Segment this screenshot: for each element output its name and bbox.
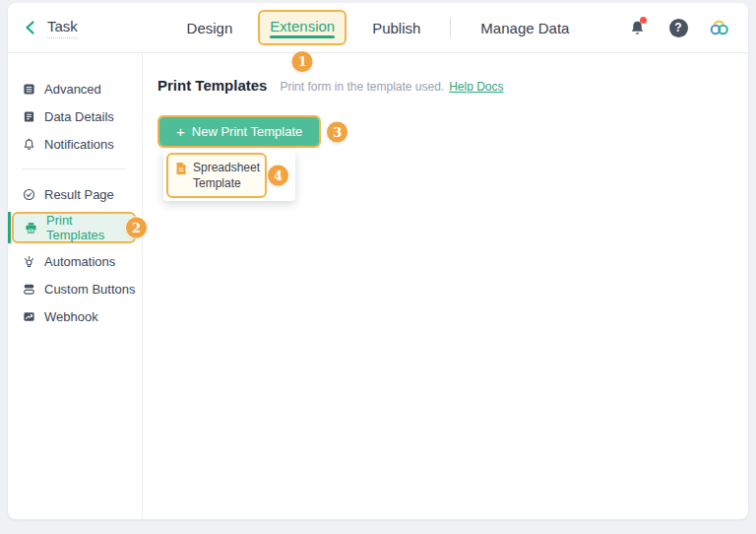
stacked-buttons-icon — [22, 283, 35, 296]
database-icon — [22, 83, 35, 96]
back-chevron-icon — [23, 20, 38, 35]
tab-extension[interactable]: Extension 1 — [258, 10, 346, 45]
app-window: Task Design Extension 1 Publish Manage D… — [8, 3, 748, 519]
bell-outline-icon — [22, 138, 35, 151]
plus-icon: + — [176, 124, 185, 139]
sidebar-item-label: Print Templates — [46, 213, 134, 242]
spreadsheet-file-icon — [175, 162, 187, 175]
annotation-badge-2: 2 — [126, 218, 147, 238]
annotation-badge-4: 4 — [268, 166, 288, 186]
sidebar-item-notifications[interactable]: Notifications — [8, 130, 142, 158]
body: Advanced Data Details Notifications Re — [8, 53, 748, 518]
sidebar-item-automations[interactable]: Automations — [8, 247, 142, 275]
top-bar: Task Design Extension 1 Publish Manage D… — [8, 3, 748, 53]
main-content: Print Templates Print form in the templa… — [143, 53, 748, 518]
sidebar-divider — [22, 168, 127, 169]
sidebar-item-label: Result Page — [44, 187, 114, 202]
top-right-icons: ? — [626, 17, 730, 38]
sidebar-item-label: Data Details — [44, 109, 114, 124]
page-subtitle: Print form in the template used. — [280, 80, 444, 94]
sidebar-item-data-details[interactable]: Data Details — [8, 102, 142, 130]
annotation-badge-3: 3 — [327, 121, 347, 142]
document-icon — [22, 110, 35, 123]
notification-dot — [640, 17, 647, 24]
tab-publish[interactable]: Publish — [372, 20, 420, 36]
notifications-bell-button[interactable] — [626, 17, 648, 38]
sidebar-item-label: Custom Buttons — [44, 282, 136, 297]
automation-bulb-icon — [22, 255, 35, 268]
annotation-badge-1: 1 — [292, 51, 313, 72]
heading-row: Print Templates Print form in the templa… — [158, 77, 728, 94]
tab-design[interactable]: Design — [187, 20, 233, 36]
check-circle-icon — [22, 188, 35, 201]
sidebar-item-label: Notifications — [44, 137, 114, 152]
webhook-icon — [22, 310, 35, 323]
question-mark-icon: ? — [669, 19, 688, 37]
sidebar-item-label: Automations — [44, 254, 115, 269]
sidebar-item-print-templates[interactable]: Print Templates 2 — [12, 212, 136, 243]
sidebar-item-advanced[interactable]: Advanced — [8, 75, 142, 102]
new-print-template-button[interactable]: + New Print Template — [159, 117, 319, 146]
page-title: Print Templates — [158, 77, 267, 94]
new-template-area: + New Print Template 3 Spreadsheet Templ… — [158, 115, 321, 148]
sidebar-item-result-page[interactable]: Result Page — [8, 180, 142, 208]
sidebar: Advanced Data Details Notifications Re — [8, 53, 143, 518]
sidebar-item-custom-buttons[interactable]: Custom Buttons — [8, 275, 142, 302]
template-type-dropdown: Spreadsheet Template 4 — [163, 150, 295, 201]
sidebar-item-label: Webhook — [44, 309, 98, 324]
tab-extension-label: Extension — [270, 18, 335, 34]
form-title[interactable]: Task — [47, 18, 78, 38]
sidebar-item-webhook[interactable]: Webhook — [8, 302, 142, 330]
new-print-template-label: New Print Template — [192, 124, 302, 139]
annotation-frame-button: + New Print Template — [158, 115, 321, 148]
menu-item-spreadsheet-template[interactable]: Spreadsheet Template — [166, 153, 267, 198]
nav-divider — [450, 18, 451, 37]
sidebar-item-label: Advanced — [44, 82, 101, 97]
tab-manage-data[interactable]: Manage Data — [480, 20, 569, 36]
app-logo[interactable] — [709, 17, 730, 38]
back-button[interactable] — [20, 17, 41, 38]
help-docs-link[interactable]: Help Docs — [449, 80, 503, 94]
help-button[interactable]: ? — [667, 17, 689, 38]
printer-icon — [24, 222, 37, 234]
logo-icon — [709, 20, 730, 36]
menu-item-label: Spreadsheet Template — [193, 160, 260, 191]
